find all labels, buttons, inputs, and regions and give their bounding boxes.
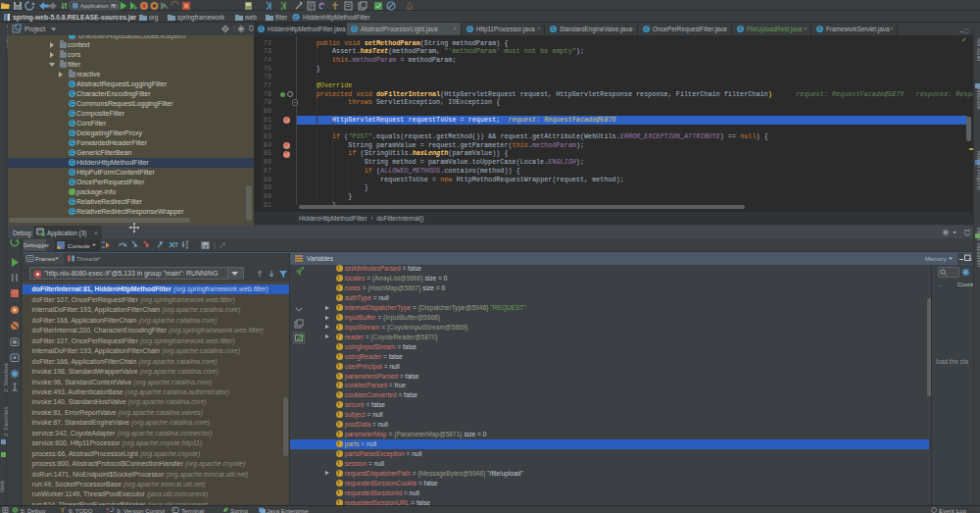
svg-text:×: × [94, 230, 98, 236]
svg-text:x: x [969, 256, 972, 262]
svg-text:Application (3): Application (3) [47, 230, 86, 237]
svg-text:Application (3): Application (3) [80, 3, 118, 9]
svg-text:5: Debug: 5: Debug [21, 507, 46, 513]
svg-text:C: C [294, 15, 299, 21]
svg-text:HiddenHttpMethodFilter: HiddenHttpMethodFilter [303, 14, 370, 22]
svg-text:Project: Project [24, 26, 45, 33]
svg-text:springframework: springframework [177, 14, 225, 22]
svg-text:spring-web-5.0.8.RELEASE-sourc: spring-web-5.0.8.RELEASE-sources.jar [13, 14, 137, 22]
svg-text:6: TODO: 6: TODO [69, 507, 93, 513]
svg-text:Java Enterprise: Java Enterprise [267, 507, 310, 513]
svg-text:filter: filter [275, 14, 288, 21]
svg-text:9: Version Control: 9: Version Control [117, 507, 165, 513]
svg-text:org: org [149, 14, 159, 22]
svg-text:Terminal: Terminal [181, 507, 204, 513]
svg-text:Event Loo: Event Loo [939, 507, 966, 513]
svg-text:Memory: Memory [925, 256, 947, 262]
svg-text:Frames: Frames [35, 256, 55, 262]
svg-text:Threads: Threads [76, 256, 98, 262]
svg-text:Spring: Spring [230, 507, 248, 513]
svg-text:web: web [244, 14, 257, 21]
svg-text:Variables: Variables [307, 255, 334, 262]
svg-text:Console: Console [68, 242, 90, 249]
